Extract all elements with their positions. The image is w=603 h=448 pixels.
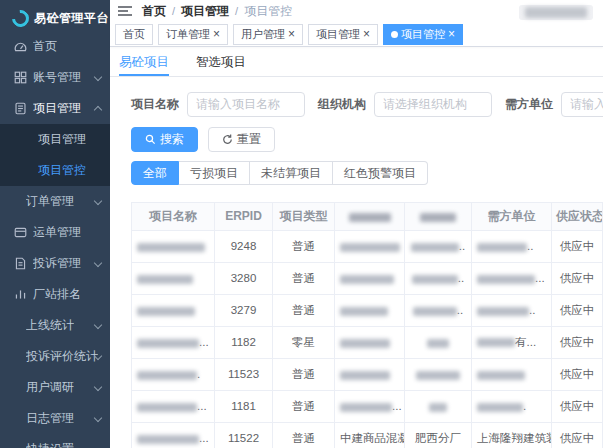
project-name-label: 项目名称 xyxy=(131,96,179,113)
close-icon[interactable]: × xyxy=(448,28,455,40)
demand-unit-input[interactable] xyxy=(561,92,603,117)
table-cell: .. xyxy=(405,262,472,294)
redacted-text xyxy=(477,275,535,284)
username-redacted xyxy=(525,7,587,18)
tab-label: 用户管理 xyxy=(241,27,285,42)
sidebar-item-project-mgmt-sub[interactable]: 项目管理 xyxy=(0,124,110,155)
subtab-smart-projects[interactable]: 智选项目 xyxy=(196,50,246,76)
table-cell: ... xyxy=(132,390,215,422)
table-cell xyxy=(132,294,215,326)
redacted-text xyxy=(340,243,400,252)
subtab-yitong-projects[interactable]: 易砼项目 xyxy=(119,50,169,76)
tab-user-mgmt[interactable]: 用户管理× xyxy=(233,24,303,45)
table-cell: 1181 xyxy=(215,390,273,422)
table-row[interactable]: 3280普通.....供应中 xyxy=(132,262,603,294)
table-cell xyxy=(472,358,552,390)
sidebar-item-project-mgmt[interactable]: 项目管理 xyxy=(0,93,110,124)
table-cell: 11523 xyxy=(215,358,273,390)
table-row[interactable]: ...11522普通中建商品混凝...肥西分厂上海隆翔建筑装...供应中 xyxy=(132,422,603,448)
sidebar-item-label: 运单管理 xyxy=(33,224,81,241)
table-cell: 普通 xyxy=(273,422,335,448)
table-cell: 普通 xyxy=(273,230,335,262)
table-row[interactable]: 3279普通....供应中 xyxy=(132,294,603,326)
sidebar-item-home[interactable]: 首页 xyxy=(0,31,110,62)
filter-form: 项目名称 组织机构 需方单位 xyxy=(131,92,603,117)
reset-button[interactable]: 重置 xyxy=(208,127,275,152)
action-buttons: 搜索 重置 xyxy=(131,127,603,152)
table-row[interactable]: ...1181普通....供应中 xyxy=(132,390,603,422)
sidebar: 易砼管理平台 首页账号管理项目管理项目管理项目管控订单管理运单管理投诉管理厂站排… xyxy=(0,0,110,448)
sidebar-item-waybill-mgmt[interactable]: 运单管理 xyxy=(0,217,110,248)
table-cell: 供应中 xyxy=(552,326,603,358)
redacted-text xyxy=(137,435,199,444)
main-area: 首页 / 项目管理 / 项目管控 首页 订单管理× 用户管理× 项目管理× 项目… xyxy=(110,0,603,448)
user-menu[interactable] xyxy=(519,5,593,20)
table-cell: ... xyxy=(132,422,215,448)
breadcrumb-project-mgmt[interactable]: 项目管理 xyxy=(181,3,229,20)
project-name-input[interactable] xyxy=(187,92,305,117)
sidebar-item-user-research[interactable]: 用户调研 xyxy=(0,372,110,403)
redacted-text xyxy=(429,403,447,412)
sidebar-item-account-mgmt[interactable]: 账号管理 xyxy=(0,62,110,93)
breadcrumb-home[interactable]: 首页 xyxy=(142,3,166,20)
sidebar-item-label: 项目管控 xyxy=(38,162,86,179)
redacted-text xyxy=(340,339,390,348)
tab-project-control[interactable]: 项目管控× xyxy=(383,24,463,45)
sidebar-item-order-mgmt[interactable]: 订单管理 xyxy=(0,186,110,217)
sidebar-item-online-stats[interactable]: 上线统计 xyxy=(0,310,110,341)
table-cell xyxy=(335,358,405,390)
tab-home[interactable]: 首页 xyxy=(115,24,153,45)
table-cell xyxy=(335,262,405,294)
table-cell: ... xyxy=(472,262,552,294)
table-row[interactable]: .11523普通供应中 xyxy=(132,358,603,390)
close-icon[interactable]: × xyxy=(288,28,295,40)
pill-all[interactable]: 全部 xyxy=(131,161,179,185)
pill-unsettled-projects[interactable]: 未结算项目 xyxy=(250,161,333,185)
pill-red-alert-projects[interactable]: 红色预警项目 xyxy=(333,161,428,185)
redacted-text xyxy=(137,307,195,316)
chevron-down-icon xyxy=(94,259,102,267)
sidebar-item-station-ranking[interactable]: 厂站排名 xyxy=(0,279,110,310)
table-cell xyxy=(335,294,405,326)
table-cell: 普通 xyxy=(273,390,335,422)
redacted-text xyxy=(137,243,205,252)
column-header: ERPID xyxy=(215,202,273,230)
subtab-bar: 易砼项目 智选项目 xyxy=(110,50,603,77)
sidebar-item-log-mgmt[interactable]: 日志管理 xyxy=(0,403,110,434)
active-dot-icon xyxy=(391,31,398,38)
sidebar-item-complaint-eval-stats[interactable]: 投诉评价统计 xyxy=(0,341,110,372)
reset-button-label: 重置 xyxy=(237,131,261,148)
redacted-text xyxy=(349,213,391,222)
sidebar-item-quick-settings[interactable]: 快捷设置 xyxy=(0,434,110,448)
column-header: 供应状态 xyxy=(552,202,603,230)
logo-icon xyxy=(9,7,33,31)
table-cell xyxy=(132,230,215,262)
sidebar-item-project-control[interactable]: 项目管控 xyxy=(0,155,110,186)
table-cell xyxy=(335,230,405,262)
table-cell: 供应中 xyxy=(552,390,603,422)
close-icon[interactable]: × xyxy=(213,28,220,40)
sidebar-item-label: 日志管理 xyxy=(26,410,74,427)
redacted-text xyxy=(427,339,449,348)
table-cell xyxy=(335,326,405,358)
tab-project-mgmt[interactable]: 项目管理× xyxy=(308,24,378,45)
sidebar-item-complaint-mgmt[interactable]: 投诉管理 xyxy=(0,248,110,279)
search-button[interactable]: 搜索 xyxy=(131,127,198,152)
table-cell: 供应中 xyxy=(552,422,603,448)
tab-order-mgmt[interactable]: 订单管理× xyxy=(158,24,228,45)
projects-table: 项目名称ERPID项目类型需方单位供应状态9248普通....供应中3280普通… xyxy=(131,202,603,448)
table-row[interactable]: ...1182零星有...供应中 xyxy=(132,326,603,358)
table-cell: 3280 xyxy=(215,262,273,294)
table-cell xyxy=(405,390,472,422)
logo: 易砼管理平台 xyxy=(0,0,110,31)
organization-input[interactable] xyxy=(374,92,492,117)
close-icon[interactable]: × xyxy=(363,28,370,40)
hamburger-icon[interactable] xyxy=(118,5,132,17)
redacted-text xyxy=(413,307,457,316)
chevron-down-icon xyxy=(94,73,102,81)
projects-table-wrap: 项目名称ERPID项目类型需方单位供应状态9248普通....供应中3280普通… xyxy=(131,202,603,448)
table-row[interactable]: 9248普通....供应中 xyxy=(132,230,603,262)
sidebar-submenu: 项目管理项目管控 xyxy=(0,124,110,186)
tab-label: 项目管理 xyxy=(316,27,360,42)
pill-loss-projects[interactable]: 亏损项目 xyxy=(179,161,250,185)
